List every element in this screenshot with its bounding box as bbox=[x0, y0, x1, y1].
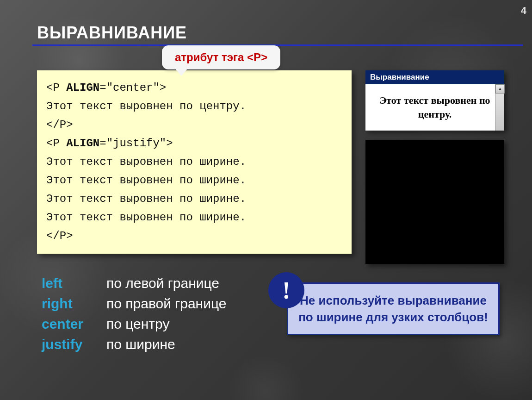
browser-preview: Выравнивание Этот текст выровнен по цент… bbox=[365, 70, 504, 131]
page-number: 4 bbox=[521, 5, 526, 17]
scrollbar[interactable]: ▲ bbox=[495, 84, 504, 131]
title-underline bbox=[32, 44, 523, 46]
exclamation-icon: ! bbox=[268, 272, 304, 308]
align-keyword: center bbox=[42, 314, 106, 334]
slide-title: ВЫРАВНИВАНИЕ bbox=[37, 23, 187, 43]
preview-placeholder bbox=[365, 140, 504, 264]
list-item: rightпо правой границе bbox=[42, 294, 226, 314]
code-line: </P> bbox=[46, 116, 342, 134]
align-desc: по правой границе bbox=[106, 296, 226, 311]
code-line: </P> bbox=[46, 227, 342, 245]
align-keyword: justify bbox=[42, 334, 106, 355]
code-line: Этот текст выровнен по ширине. bbox=[46, 171, 342, 190]
warning-text: Не используйте выравнивание по ширине дл… bbox=[298, 294, 488, 324]
code-line: Этот текст выровнен по ширине. bbox=[46, 190, 342, 208]
warning-note: Не используйте выравнивание по ширине дл… bbox=[287, 282, 500, 335]
list-item: leftпо левой границе bbox=[42, 273, 226, 294]
align-keyword: right bbox=[42, 294, 106, 314]
preview-content: Этот текст выровнен по центру. ▲ bbox=[365, 84, 504, 131]
list-item: justifyпо ширине bbox=[42, 334, 226, 355]
code-line: Этот текст выровнен по ширине. bbox=[46, 208, 342, 227]
callout-text: атрибут тэга <P> bbox=[175, 51, 267, 63]
code-example: <P ALIGN="center"> Этот текст выровнен п… bbox=[37, 70, 352, 254]
align-desc: по ширине bbox=[106, 337, 175, 352]
scroll-up-icon[interactable]: ▲ bbox=[495, 84, 505, 94]
callout-bubble: атрибут тэга <P> bbox=[162, 45, 280, 69]
align-keyword: left bbox=[42, 273, 106, 294]
preview-text: Этот текст выровнен по центру. bbox=[379, 94, 490, 120]
code-line: Этот текст выровнен по ширине. bbox=[46, 153, 342, 171]
code-line: Этот текст выровнен по центру. bbox=[46, 97, 342, 116]
list-item: centerпо центру bbox=[42, 314, 226, 334]
preview-titlebar: Выравнивание bbox=[365, 70, 504, 84]
align-desc: по центру bbox=[106, 316, 169, 331]
align-options-list: leftпо левой границе rightпо правой гран… bbox=[42, 273, 226, 355]
align-desc: по левой границе bbox=[106, 275, 219, 291]
code-line: <P ALIGN="justify"> bbox=[46, 134, 342, 153]
code-line: <P ALIGN="center"> bbox=[46, 79, 342, 97]
